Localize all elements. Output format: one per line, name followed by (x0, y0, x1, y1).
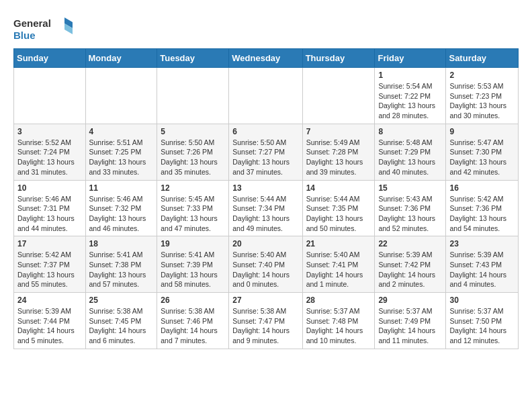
calendar-cell: 9Sunrise: 5:47 AM Sunset: 7:30 PM Daylig… (446, 124, 519, 180)
day-number: 1 (378, 71, 442, 80)
day-info: Sunrise: 5:41 AM Sunset: 7:38 PM Dayligh… (89, 250, 154, 289)
calendar-cell (302, 68, 375, 124)
day-info: Sunrise: 5:44 AM Sunset: 7:34 PM Dayligh… (232, 194, 298, 234)
day-info: Sunrise: 5:42 AM Sunset: 7:37 PM Dayligh… (17, 250, 82, 289)
calendar-cell: 7Sunrise: 5:49 AM Sunset: 7:28 PM Daylig… (302, 124, 375, 180)
day-number: 29 (378, 295, 442, 305)
day-number: 22 (378, 239, 442, 248)
day-info: Sunrise: 5:40 AM Sunset: 7:40 PM Dayligh… (232, 250, 298, 289)
day-info: Sunrise: 5:39 AM Sunset: 7:42 PM Dayligh… (378, 250, 442, 289)
day-number: 15 (378, 183, 442, 193)
calendar-week-row: 1Sunrise: 5:54 AM Sunset: 7:22 PM Daylig… (14, 68, 519, 124)
day-number: 9 (449, 127, 515, 136)
weekday-header: Tuesday (157, 49, 229, 68)
day-info: Sunrise: 5:51 AM Sunset: 7:25 PM Dayligh… (89, 138, 154, 177)
calendar-cell: 20Sunrise: 5:40 AM Sunset: 7:40 PM Dayli… (229, 236, 302, 293)
weekday-header: Saturday (446, 49, 519, 68)
day-info: Sunrise: 5:50 AM Sunset: 7:27 PM Dayligh… (232, 138, 298, 177)
day-number: 10 (17, 183, 82, 193)
calendar-cell: 16Sunrise: 5:42 AM Sunset: 7:36 PM Dayli… (446, 180, 519, 236)
calendar-cell: 26Sunrise: 5:38 AM Sunset: 7:46 PM Dayli… (157, 293, 229, 349)
calendar-cell: 18Sunrise: 5:41 AM Sunset: 7:38 PM Dayli… (85, 236, 157, 293)
calendar-cell: 6Sunrise: 5:50 AM Sunset: 7:27 PM Daylig… (229, 124, 302, 180)
weekday-header: Sunday (14, 49, 86, 68)
day-info: Sunrise: 5:42 AM Sunset: 7:36 PM Dayligh… (449, 194, 515, 234)
calendar-cell: 1Sunrise: 5:54 AM Sunset: 7:22 PM Daylig… (375, 68, 446, 124)
day-number: 19 (161, 239, 225, 248)
calendar-cell: 22Sunrise: 5:39 AM Sunset: 7:42 PM Dayli… (375, 236, 446, 293)
day-number: 14 (306, 183, 371, 193)
day-number: 3 (17, 127, 82, 136)
day-number: 17 (17, 239, 82, 248)
calendar-header-row: SundayMondayTuesdayWednesdayThursdayFrid… (14, 49, 519, 68)
calendar-cell (14, 68, 86, 124)
day-number: 4 (89, 127, 154, 136)
calendar-cell: 21Sunrise: 5:40 AM Sunset: 7:41 PM Dayli… (302, 236, 375, 293)
day-number: 5 (161, 127, 225, 136)
calendar-cell: 11Sunrise: 5:46 AM Sunset: 7:32 PM Dayli… (85, 180, 157, 236)
calendar-week-row: 17Sunrise: 5:42 AM Sunset: 7:37 PM Dayli… (14, 236, 519, 293)
day-info: Sunrise: 5:49 AM Sunset: 7:28 PM Dayligh… (306, 138, 371, 177)
calendar-cell: 30Sunrise: 5:37 AM Sunset: 7:50 PM Dayli… (446, 293, 519, 349)
day-number: 27 (232, 295, 298, 305)
day-number: 7 (306, 127, 371, 136)
calendar-cell: 5Sunrise: 5:50 AM Sunset: 7:26 PM Daylig… (157, 124, 229, 180)
weekday-header: Thursday (302, 49, 375, 68)
calendar-cell: 25Sunrise: 5:38 AM Sunset: 7:45 PM Dayli… (85, 293, 157, 349)
day-number: 21 (306, 239, 371, 248)
calendar-cell (85, 68, 157, 124)
day-number: 16 (449, 183, 515, 193)
day-number: 8 (378, 127, 442, 136)
day-info: Sunrise: 5:37 AM Sunset: 7:48 PM Dayligh… (306, 306, 371, 346)
weekday-header: Monday (85, 49, 157, 68)
day-info: Sunrise: 5:37 AM Sunset: 7:50 PM Dayligh… (449, 306, 515, 346)
day-info: Sunrise: 5:38 AM Sunset: 7:46 PM Dayligh… (161, 306, 225, 346)
day-info: Sunrise: 5:50 AM Sunset: 7:26 PM Dayligh… (161, 138, 225, 177)
day-number: 18 (89, 239, 154, 248)
logo-svg: General Blue (13, 15, 74, 43)
weekday-header: Friday (375, 49, 446, 68)
day-info: Sunrise: 5:52 AM Sunset: 7:24 PM Dayligh… (17, 138, 82, 177)
svg-text:General: General (13, 17, 51, 29)
day-info: Sunrise: 5:48 AM Sunset: 7:29 PM Dayligh… (378, 138, 442, 177)
day-number: 13 (232, 183, 298, 193)
calendar-cell: 13Sunrise: 5:44 AM Sunset: 7:34 PM Dayli… (229, 180, 302, 236)
day-info: Sunrise: 5:38 AM Sunset: 7:45 PM Dayligh… (89, 306, 154, 346)
svg-text:Blue: Blue (13, 30, 36, 41)
day-number: 23 (449, 239, 515, 248)
calendar-table: SundayMondayTuesdayWednesdayThursdayFrid… (13, 48, 519, 349)
day-info: Sunrise: 5:41 AM Sunset: 7:39 PM Dayligh… (161, 250, 225, 289)
calendar-cell: 19Sunrise: 5:41 AM Sunset: 7:39 PM Dayli… (157, 236, 229, 293)
page-header: General Blue (13, 11, 519, 43)
calendar-cell: 4Sunrise: 5:51 AM Sunset: 7:25 PM Daylig… (85, 124, 157, 180)
calendar-week-row: 3Sunrise: 5:52 AM Sunset: 7:24 PM Daylig… (14, 124, 519, 180)
day-number: 30 (449, 295, 515, 305)
calendar-cell: 12Sunrise: 5:45 AM Sunset: 7:33 PM Dayli… (157, 180, 229, 236)
day-number: 26 (161, 295, 225, 305)
calendar-cell (157, 68, 229, 124)
calendar-week-row: 24Sunrise: 5:39 AM Sunset: 7:44 PM Dayli… (14, 293, 519, 349)
day-info: Sunrise: 5:53 AM Sunset: 7:23 PM Dayligh… (449, 81, 515, 121)
day-number: 2 (449, 71, 515, 80)
logo: General Blue (13, 15, 74, 43)
weekday-header: Wednesday (229, 49, 302, 68)
day-info: Sunrise: 5:37 AM Sunset: 7:49 PM Dayligh… (378, 306, 442, 346)
day-info: Sunrise: 5:47 AM Sunset: 7:30 PM Dayligh… (449, 138, 515, 177)
calendar-cell: 10Sunrise: 5:46 AM Sunset: 7:31 PM Dayli… (14, 180, 86, 236)
day-info: Sunrise: 5:46 AM Sunset: 7:31 PM Dayligh… (17, 194, 82, 234)
calendar-cell: 27Sunrise: 5:38 AM Sunset: 7:47 PM Dayli… (229, 293, 302, 349)
calendar-cell: 8Sunrise: 5:48 AM Sunset: 7:29 PM Daylig… (375, 124, 446, 180)
calendar-cell: 29Sunrise: 5:37 AM Sunset: 7:49 PM Dayli… (375, 293, 446, 349)
day-info: Sunrise: 5:45 AM Sunset: 7:33 PM Dayligh… (161, 194, 225, 234)
day-info: Sunrise: 5:44 AM Sunset: 7:35 PM Dayligh… (306, 194, 371, 234)
day-number: 28 (306, 295, 371, 305)
calendar-cell: 23Sunrise: 5:39 AM Sunset: 7:43 PM Dayli… (446, 236, 519, 293)
day-info: Sunrise: 5:54 AM Sunset: 7:22 PM Dayligh… (378, 81, 442, 121)
day-info: Sunrise: 5:39 AM Sunset: 7:44 PM Dayligh… (17, 306, 82, 346)
calendar-cell: 3Sunrise: 5:52 AM Sunset: 7:24 PM Daylig… (14, 124, 86, 180)
calendar-cell: 28Sunrise: 5:37 AM Sunset: 7:48 PM Dayli… (302, 293, 375, 349)
day-info: Sunrise: 5:39 AM Sunset: 7:43 PM Dayligh… (449, 250, 515, 289)
calendar-cell (229, 68, 302, 124)
day-info: Sunrise: 5:46 AM Sunset: 7:32 PM Dayligh… (89, 194, 154, 234)
day-info: Sunrise: 5:38 AM Sunset: 7:47 PM Dayligh… (232, 306, 298, 346)
